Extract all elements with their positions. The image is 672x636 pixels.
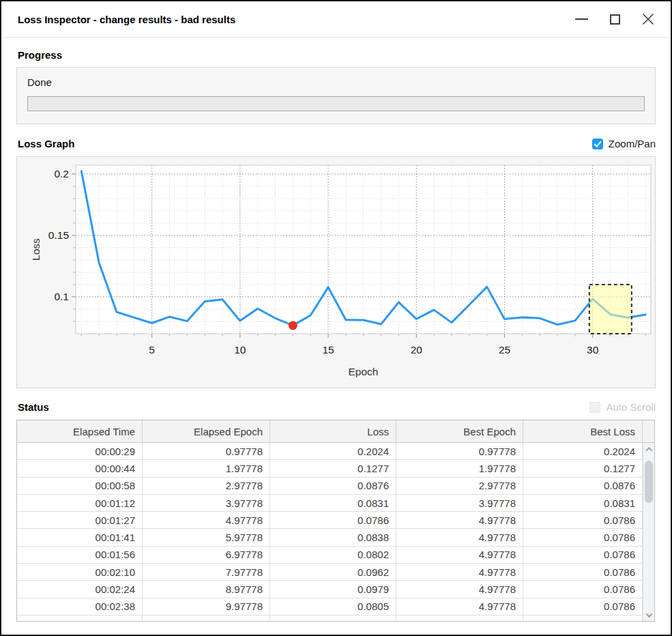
column-header-elapsed-time: Elapsed Time xyxy=(17,420,143,443)
table-cell: 2.97778 xyxy=(143,478,270,495)
table-row[interactable]: 00:02:107.977780.09624.977780.0786 xyxy=(17,564,654,581)
table-cell: 00:00:58 xyxy=(17,478,143,495)
table-cell: 0.1277 xyxy=(523,460,643,477)
table-cell: 4.97778 xyxy=(396,616,523,621)
scroll-down-icon xyxy=(645,611,652,618)
y-tick-label: 0.2 xyxy=(54,168,69,179)
table-scrollbar[interactable] xyxy=(643,443,654,621)
x-axis-title: Epoch xyxy=(349,366,379,377)
progress-panel: Done xyxy=(16,67,656,124)
table-cell: 0.0786 xyxy=(523,616,643,621)
table-cell: 1.97778 xyxy=(396,460,523,477)
x-tick-label: 25 xyxy=(499,344,510,356)
scrollbar-thumb[interactable] xyxy=(645,461,653,503)
app-window: Loss Inspector - change results - bad re… xyxy=(0,0,672,636)
table-cell: 0.0831 xyxy=(270,495,396,512)
maximize-button[interactable] xyxy=(607,12,622,27)
table-cell: 0.0786 xyxy=(523,598,643,616)
y-tick-label: 0.15 xyxy=(48,229,69,241)
close-button[interactable] xyxy=(641,12,656,27)
minimize-button[interactable] xyxy=(574,12,589,27)
x-tick-label: 30 xyxy=(587,344,599,356)
x-tick-label: 10 xyxy=(234,344,246,356)
status-heading: Status xyxy=(18,401,49,414)
auto-scroll-label: Auto Scroll xyxy=(606,401,656,413)
table-cell: 0.0802 xyxy=(270,547,396,564)
table-cell: 0.2024 xyxy=(523,443,643,460)
close-icon xyxy=(642,13,654,25)
table-cell: 00:02:10 xyxy=(17,564,143,581)
zoom-pan-checkbox[interactable] xyxy=(592,139,603,149)
table-cell: 7.97778 xyxy=(143,564,270,581)
table-row[interactable]: 00:02:5210.977800.09044.977780.0786 xyxy=(17,616,654,621)
table-cell: 00:01:27 xyxy=(17,512,143,529)
table-cell: 00:02:52 xyxy=(17,616,143,621)
table-cell: 3.97778 xyxy=(396,495,523,512)
scroll-up-button[interactable] xyxy=(643,443,654,455)
table-cell: 0.0831 xyxy=(523,495,643,512)
table-row[interactable]: 00:01:274.977780.07864.977780.0786 xyxy=(17,512,654,529)
zoom-pan-label[interactable]: Zoom/Pan xyxy=(609,138,656,149)
table-cell: 4.97778 xyxy=(396,529,523,546)
zoom-selection-fill xyxy=(589,285,632,334)
scroll-down-button[interactable] xyxy=(643,609,654,621)
table-row[interactable]: 00:01:415.977780.08384.977780.0786 xyxy=(17,529,654,546)
table-cell: 2.97778 xyxy=(396,478,523,495)
table-cell: 00:00:44 xyxy=(17,460,143,477)
table-cell: 1.97778 xyxy=(143,460,270,477)
table-cell: 0.0962 xyxy=(270,564,396,581)
table-cell: 00:00:29 xyxy=(17,443,143,460)
table-cell: 0.0786 xyxy=(523,581,643,598)
table-cell: 0.0786 xyxy=(523,512,643,529)
auto-scroll-checkbox xyxy=(589,402,600,413)
table-cell: 0.0786 xyxy=(523,529,643,546)
table-cell: 4.97778 xyxy=(396,581,523,598)
x-tick-label: 5 xyxy=(149,344,155,356)
table-row[interactable]: 00:01:566.977780.08024.977780.0786 xyxy=(17,547,654,564)
table-cell: 5.97778 xyxy=(143,529,270,546)
loss-graph-heading: Loss Graph xyxy=(18,137,74,150)
table-row[interactable]: 00:02:389.977780.08054.977780.0786 xyxy=(17,598,654,616)
table-cell: 0.0786 xyxy=(270,512,396,529)
table-row[interactable]: 00:00:441.977780.12771.977780.1277 xyxy=(17,460,654,477)
best-point-marker xyxy=(289,321,297,330)
table-row[interactable]: 00:02:248.977780.09794.977780.0786 xyxy=(17,581,654,598)
table-cell: 8.97778 xyxy=(143,581,270,598)
table-cell: 0.0876 xyxy=(270,478,396,495)
table-cell: 0.97778 xyxy=(143,443,270,460)
table-cell: 6.97778 xyxy=(143,547,270,564)
window-title: Loss Inspector - change results - bad re… xyxy=(18,14,574,25)
loss-graph-panel[interactable]: 510152025300.10.150.2EpochLoss xyxy=(16,156,656,388)
table-row[interactable]: 00:00:290.977780.20240.977780.2024 xyxy=(17,443,654,460)
y-tick-label: 0.1 xyxy=(54,291,69,302)
table-cell: 00:02:38 xyxy=(17,598,143,616)
loss-chart[interactable]: 510152025300.10.150.2EpochLoss xyxy=(17,157,658,388)
table-row[interactable]: 00:00:582.977780.08762.977780.0876 xyxy=(17,478,654,495)
table-cell: 0.1277 xyxy=(270,460,396,477)
status-table-header: Elapsed Time Elapsed Epoch Loss Best Epo… xyxy=(17,420,654,443)
column-header-scroll-gutter xyxy=(643,420,654,443)
table-cell: 0.0805 xyxy=(270,598,396,616)
x-tick-label: 15 xyxy=(322,344,334,356)
progress-status-label: Done xyxy=(17,68,655,88)
table-cell: 4.97778 xyxy=(396,547,523,564)
status-table-body: 00:00:290.977780.20240.977780.202400:00:… xyxy=(17,443,654,621)
table-cell: 3.97778 xyxy=(143,495,270,512)
status-table: Elapsed Time Elapsed Epoch Loss Best Epo… xyxy=(16,420,655,622)
table-cell: 00:01:41 xyxy=(17,529,143,546)
progress-heading: Progress xyxy=(18,48,656,61)
scroll-up-icon xyxy=(645,446,652,453)
column-header-elapsed-epoch: Elapsed Epoch xyxy=(143,420,270,443)
table-row[interactable]: 00:01:123.977780.08313.977780.0831 xyxy=(17,495,654,512)
table-cell: 0.0786 xyxy=(523,547,643,564)
table-cell: 0.0786 xyxy=(523,564,643,581)
x-tick-label: 20 xyxy=(411,344,423,356)
table-cell: 4.97778 xyxy=(396,512,523,529)
table-cell: 00:02:24 xyxy=(17,581,143,598)
title-bar: Loss Inspector - change results - bad re… xyxy=(1,1,671,38)
column-header-best-epoch: Best Epoch xyxy=(396,420,523,443)
table-cell: 10.97780 xyxy=(143,616,270,621)
table-cell: 4.97778 xyxy=(396,564,523,581)
table-cell: 00:01:12 xyxy=(17,495,143,512)
maximize-icon xyxy=(610,14,620,25)
